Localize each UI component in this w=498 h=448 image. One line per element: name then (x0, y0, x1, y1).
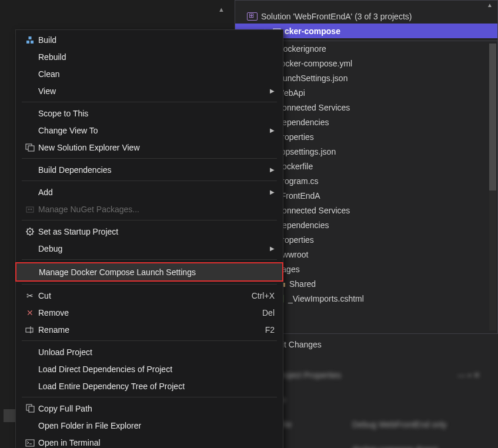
svg-rect-5 (29, 36, 32, 39)
delete-icon: ✕ (22, 308, 38, 317)
menu-separator (22, 259, 277, 260)
nuget-icon (22, 205, 38, 214)
submenu-arrow-icon: ▶ (270, 189, 275, 195)
properties-title: Project Properties (276, 370, 341, 380)
tree-label: Connected Services (276, 103, 350, 112)
svg-point-10 (31, 208, 32, 210)
submenu-arrow-icon: ▶ (270, 245, 275, 252)
tree-label: Dependencies (276, 118, 329, 127)
menu-open-folder[interactable]: Open Folder in File Explorer (16, 417, 283, 434)
menu-scope-to-this[interactable]: Scope to This (16, 105, 283, 122)
new-window-icon (22, 143, 38, 152)
svg-point-9 (28, 208, 30, 210)
menu-separator (22, 284, 277, 285)
menu-debug[interactable]: Debug▶ (16, 240, 283, 257)
menu-open-terminal[interactable]: Open in Terminal (16, 434, 283, 448)
terminal-icon (22, 439, 38, 447)
build-icon (22, 35, 38, 45)
panel-scroll-up-icon[interactable] (235, 1, 497, 9)
menu-remove[interactable]: ✕ Remove Del (16, 304, 283, 321)
menu-view[interactable]: View▶ (16, 82, 283, 99)
menu-cut[interactable]: ✂ Cut Ctrl+X (16, 287, 283, 304)
shortcut: Del (262, 308, 275, 317)
menu-separator (22, 220, 277, 220)
menu-load-entire-deps[interactable]: Load Entire Dependency Tree of Project (16, 377, 283, 394)
gear-icon (22, 227, 38, 236)
submenu-arrow-icon: ▶ (270, 166, 275, 173)
svg-rect-13 (26, 328, 33, 332)
solution-title: Solution 'WebFrontEndA' (3 of 3 projects… (261, 12, 412, 21)
menu-change-view-to[interactable]: Change View To▶ (16, 122, 283, 139)
solution-icon (247, 12, 258, 21)
tree-label: launchSettings.json (276, 73, 347, 83)
submenu-arrow-icon: ▶ (270, 127, 275, 133)
svg-rect-17 (26, 440, 34, 446)
menu-load-direct-deps[interactable]: Load Direct Dependencies of Project (16, 360, 283, 377)
menu-separator (22, 180, 277, 181)
menu-build[interactable]: Build (16, 31, 283, 48)
tree-label: Shared (289, 279, 316, 289)
shortcut: Ctrl+X (252, 291, 275, 300)
svg-rect-7 (28, 146, 34, 151)
svg-rect-16 (29, 406, 34, 412)
scroll-up-icon[interactable]: ▲ (218, 6, 225, 13)
menu-manage-docker-compose[interactable]: Manage Docker Compose Launch Settings (15, 262, 283, 282)
svg-point-12 (29, 230, 31, 232)
tree-label: Connected Services (276, 206, 350, 215)
menu-build-dependencies[interactable]: Build Dependencies▶ (16, 161, 283, 178)
menu-separator (22, 158, 277, 159)
menu-set-startup[interactable]: Set as Startup Project (16, 223, 283, 240)
rename-icon (22, 326, 38, 334)
cut-icon: ✂ (22, 291, 38, 300)
svg-rect-3 (26, 41, 29, 44)
tree-label: docker-compose.yml (276, 59, 352, 68)
menu-separator (22, 397, 277, 397)
solution-root[interactable]: Solution 'WebFrontEndA' (3 of 3 projects… (235, 9, 497, 24)
menu-rebuild[interactable]: Rebuild (16, 48, 283, 65)
menu-copy-full-path[interactable]: Copy Full Path (16, 400, 283, 417)
menu-rename[interactable]: Rename F2 (16, 321, 283, 338)
tree-label: appsettings.json (276, 147, 336, 156)
menu-new-solution-explorer-view[interactable]: New Solution Explorer View (16, 139, 283, 156)
tree-label: Dependencies (276, 220, 329, 230)
submenu-arrow-icon: ▶ (270, 88, 275, 94)
shortcut: F2 (265, 325, 275, 335)
pane-controls[interactable]: — ▪ ✕ (457, 370, 480, 380)
svg-rect-4 (31, 41, 34, 44)
menu-clean[interactable]: Clean (16, 65, 283, 82)
project-context-menu: Build Rebuild Clean View▶ Scope to This … (15, 29, 283, 448)
menu-separator (22, 102, 277, 102)
scrollbar-thumb[interactable] (489, 44, 496, 190)
project-name: cker-compose (285, 26, 340, 36)
menu-unload-project[interactable]: Unload Project (16, 343, 283, 360)
menu-manage-nuget: Manage NuGet Packages... (16, 200, 283, 218)
menu-separator (22, 340, 277, 341)
tree-label: _ViewImports.cshtml (288, 294, 364, 303)
svg-rect-8 (26, 207, 34, 212)
menu-add[interactable]: Add▶ (16, 183, 283, 200)
tree-label: .dockerignore (276, 44, 326, 54)
copy-icon (22, 404, 38, 413)
